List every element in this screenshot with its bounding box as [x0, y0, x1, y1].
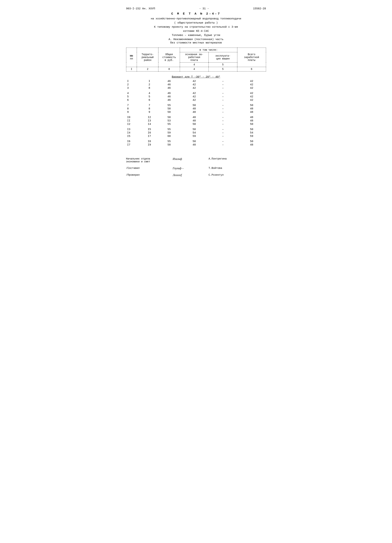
row-basic: 48: [180, 119, 209, 123]
row-wage: 48: [237, 143, 266, 147]
row-mach: –: [209, 123, 237, 126]
row-mach: –: [209, 79, 237, 83]
row-nn: 8: [126, 107, 140, 110]
subtitle-line4: котлами КЕ-4-I4С: [126, 30, 266, 33]
sig-script: Гоулиф –: [173, 167, 201, 170]
row-wage: 50: [237, 104, 266, 107]
variant-label: Вариант для Т -30⁰ - 20⁰ - 40⁰: [126, 75, 266, 79]
table-row: I2 I4 55 50 – 50: [126, 123, 266, 126]
row-nn: I2: [126, 123, 140, 126]
row-basic: 48: [180, 116, 209, 119]
row-region: I4: [140, 123, 158, 126]
row-mach: –: [209, 116, 237, 119]
row-mach: –: [209, 140, 237, 143]
row-total: 55: [158, 104, 180, 107]
row-region: I7: [140, 135, 158, 138]
row-basic: 42: [180, 92, 209, 95]
table-row: I5 I7 68 59 – 59: [126, 135, 266, 138]
row-gap: [126, 90, 266, 92]
row-wage: 48: [237, 110, 266, 114]
table-row: 7 7 55 50 – 50: [126, 104, 266, 107]
row-total: 53: [158, 119, 180, 123]
sig-title: /Проверил: [126, 174, 166, 176]
col-index-6: 6: [237, 67, 266, 72]
row-basic: 48: [180, 107, 209, 110]
row-basic: 42: [180, 83, 209, 86]
row-basic: 48: [180, 110, 209, 114]
row-wage: 50: [237, 128, 266, 131]
row-basic: 54: [180, 131, 209, 135]
row-basic: 42: [180, 95, 209, 98]
table-row: 4 4 46 42 – 42: [126, 92, 266, 95]
col-index-1: I: [126, 67, 137, 72]
data-rows-table: I I 46 42 – 42 2 2 46 42 – 42 3 8 46 42 …: [126, 79, 266, 147]
row-wage: 42: [237, 95, 266, 98]
page-header: 903-I-152 Ан. ХХУП - 31 - 15582-28: [126, 7, 266, 10]
row-nn: 9: [126, 110, 140, 114]
col-header-basic: основная за-работнаяплата: [180, 52, 209, 62]
row-nn: I0: [126, 116, 140, 119]
row-region: 8: [140, 86, 158, 90]
row-region: 7: [140, 104, 158, 107]
sig-name: С.Розентул: [209, 174, 224, 176]
main-title: С М Е Т А № 2-4-7: [126, 12, 266, 16]
col-index-2: 2: [137, 67, 158, 72]
row-mach: –: [209, 98, 237, 102]
row-nn: I4: [126, 131, 140, 135]
row-region: I5: [140, 128, 158, 131]
row-basic: 50: [180, 123, 209, 126]
row-nn: 7: [126, 104, 140, 107]
row-wage: 42: [237, 92, 266, 95]
row-total: 46: [158, 79, 180, 83]
row-basic: 59: [180, 135, 209, 138]
table-row: I I 46 42 – 42: [126, 79, 266, 83]
signature-row-0: Начальник отделаэкономики и смет Изалиф …: [126, 157, 266, 163]
row-nn: II: [126, 119, 140, 123]
row-region: 4: [140, 92, 158, 95]
table-row: II I3 53 48 – 48: [126, 119, 266, 123]
sig-script: Изалиф: [173, 157, 201, 161]
row-nn: 3: [126, 86, 140, 90]
table-row: 8 8 58 48 – 48: [126, 107, 266, 110]
row-wage: 50: [237, 123, 266, 126]
row-mach: –: [209, 104, 237, 107]
row-mach: –: [209, 119, 237, 123]
signature-section: Начальник отделаэкономики и смет Изалиф …: [126, 157, 266, 177]
row-mach: –: [209, 143, 237, 147]
row-wage: 48: [237, 119, 266, 123]
row-wage: 42: [237, 83, 266, 86]
row-region: 5: [140, 95, 158, 98]
row-basic: 50: [180, 128, 209, 131]
row-total: 55: [158, 123, 180, 126]
row-gap: [126, 126, 266, 128]
row-basic: 42: [180, 86, 209, 90]
row-mach: –: [209, 95, 237, 98]
row-total: 59: [158, 131, 180, 135]
col-index-4: 4: [180, 67, 209, 72]
signature-row-1: /Составил Гоулиф – Т.Войтова: [126, 167, 266, 170]
subtitle-line2: ( общестроительные работы ): [126, 21, 266, 24]
page-number: - 31 -: [155, 7, 253, 10]
row-mach: –: [209, 135, 237, 138]
row-wage: 48: [237, 116, 266, 119]
col-num-5: 5: [209, 62, 237, 67]
row-region: I6: [140, 131, 158, 135]
sig-name: Т.Войтова: [209, 167, 222, 170]
row-gap: [126, 102, 266, 104]
col-header-wage: Всегозаработнойплаты: [237, 48, 266, 67]
table-row: I3 I5 55 50 – 50: [126, 128, 266, 131]
row-region: I2: [140, 116, 158, 119]
row-region: 9: [140, 110, 158, 114]
smeta-table: №№пп Террито-риальныйрайон Общаястоимост…: [126, 48, 266, 72]
row-total: 55: [158, 128, 180, 131]
col-header-mach: эксплуата-ция машин: [209, 52, 237, 62]
row-total: 46: [158, 95, 180, 98]
row-nn: 2: [126, 83, 140, 86]
row-nn: I7: [126, 143, 140, 147]
row-total: 46: [158, 98, 180, 102]
row-mach: –: [209, 110, 237, 114]
part-title1: А. Неизменяемая (постоянная) часть: [126, 38, 266, 41]
row-nn: 5: [126, 95, 140, 98]
row-mach: –: [209, 92, 237, 95]
table-row: 9 9 58 48 – 48: [126, 110, 266, 114]
